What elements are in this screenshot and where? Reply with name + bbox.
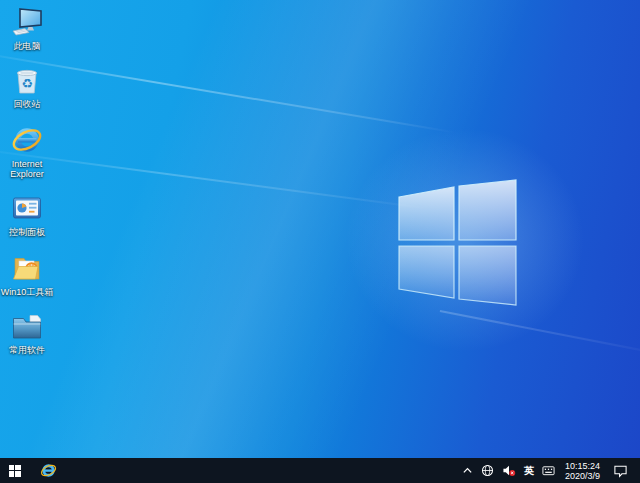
globe-icon	[481, 464, 494, 477]
desktop-icon-common-software[interactable]: 常用软件	[0, 310, 56, 355]
clock-time: 10:15:24	[565, 461, 600, 471]
wallpaper-ray	[0, 54, 456, 133]
windows-start-icon	[9, 465, 21, 477]
wallpaper-logo-glow	[300, 85, 630, 395]
notifications-bubble-icon	[613, 464, 628, 478]
desktop-icon-win10-toolbox[interactable]: Win10工具箱	[0, 252, 56, 297]
ime-language-indicator[interactable]: 英	[520, 458, 538, 483]
desktop-icon-label: Win10工具箱	[1, 287, 54, 297]
control-panel-icon	[11, 192, 43, 224]
desktop-surface[interactable]: 此电脑 ♻ 回收站	[0, 0, 640, 458]
internet-explorer-icon	[40, 462, 57, 479]
speaker-muted-icon	[502, 464, 516, 477]
desktop-icon-label: Internet Explorer	[0, 159, 56, 179]
desktop-icon-label: 此电脑	[14, 41, 41, 51]
wallpaper-ray	[0, 150, 428, 209]
clock-date: 2020/3/9	[565, 471, 600, 481]
desktop-icon-recycle-bin[interactable]: ♻ 回收站	[0, 64, 56, 109]
recycle-bin-icon: ♻	[11, 64, 43, 96]
this-pc-icon	[11, 6, 43, 38]
taskbar-internet-explorer-button[interactable]	[34, 458, 63, 483]
desktop-icon-label: 回收站	[14, 99, 41, 109]
system-tray: 英 10:15:24 2020/3/9	[458, 458, 640, 483]
taskbar-clock[interactable]: 10:15:24 2020/3/9	[559, 461, 606, 481]
folder-toolbox-icon	[11, 252, 43, 284]
touch-keyboard-icon	[542, 464, 555, 477]
wallpaper-ray	[440, 310, 640, 357]
desktop-icon-control-panel[interactable]: 控制面板	[0, 192, 56, 237]
svg-text:♻: ♻	[21, 76, 33, 91]
folder-software-icon	[11, 310, 43, 342]
taskbar: 英 10:15:24 2020/3/9	[0, 458, 640, 483]
wallpaper-light-beam	[0, 0, 640, 458]
desktop-icon-internet-explorer[interactable]: Internet Explorer	[0, 124, 56, 179]
windows-logo	[396, 176, 520, 307]
chevron-up-icon	[462, 465, 473, 476]
show-hidden-icons-button[interactable]	[458, 458, 477, 483]
desktop-icon-label: 控制面板	[9, 227, 45, 237]
desktop-icon-this-pc[interactable]: 此电脑	[0, 6, 56, 51]
start-button[interactable]	[0, 458, 29, 483]
touch-keyboard-button[interactable]	[538, 458, 559, 483]
network-tray-button[interactable]	[477, 458, 498, 483]
screen: 此电脑 ♻ 回收站	[0, 0, 640, 483]
internet-explorer-icon	[11, 124, 43, 156]
action-center-button[interactable]	[606, 458, 635, 483]
desktop-icon-label: 常用软件	[9, 345, 45, 355]
volume-tray-button[interactable]	[498, 458, 520, 483]
